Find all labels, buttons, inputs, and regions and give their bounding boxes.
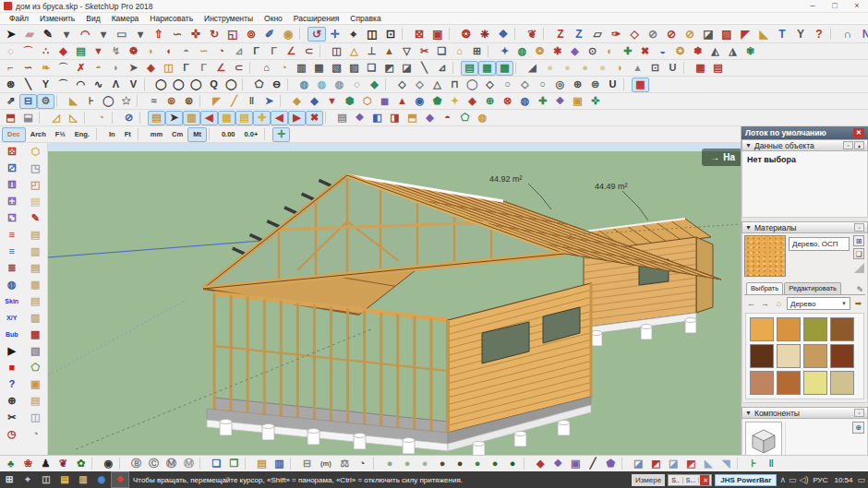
menu-камера[interactable]: Камера — [106, 13, 145, 24]
ext-tool[interactable]: ⊦ — [82, 93, 100, 109]
material-sphere[interactable]: ● — [416, 456, 434, 471]
unit-feet[interactable]: Ft — [120, 126, 136, 142]
component-thumbnail[interactable] — [745, 422, 782, 455]
extension-tool[interactable]: ◤ — [736, 26, 754, 42]
ext-tool[interactable]: ⊥ — [363, 43, 380, 59]
ext-tool[interactable]: ◣ — [65, 93, 82, 109]
ext-tool[interactable]: ✦ — [446, 93, 464, 109]
ext-tool[interactable]: ⊚ — [180, 93, 198, 109]
ext-tool[interactable]: ❧ — [37, 60, 54, 76]
maximize-button[interactable]: □ — [824, 0, 846, 12]
line-tool[interactable]: ✎ — [39, 26, 57, 42]
extension-tool[interactable]: ❦ — [523, 26, 541, 42]
ext-tool[interactable]: ⌂ — [451, 43, 468, 59]
tree-icon[interactable]: ♣ — [2, 456, 19, 471]
sheet-tool[interactable]: ▥ — [24, 309, 46, 326]
rectangle-tool[interactable]: ▭ — [113, 26, 131, 42]
curve-tool[interactable]: ∿ — [90, 77, 107, 92]
precision-high[interactable]: 0.0+ — [240, 126, 263, 142]
ext-tool[interactable]: ↯ — [107, 43, 125, 59]
gauge-icon[interactable]: ◔ — [354, 456, 371, 471]
move-tool[interactable]: ✜ — [187, 26, 205, 42]
skin-tool[interactable]: Skin — [1, 292, 23, 309]
material-sphere[interactable]: ● — [399, 456, 416, 471]
ext-tool[interactable]: ⊕ — [481, 93, 499, 109]
unit-eng[interactable]: Eng. — [70, 126, 94, 142]
layer-tool[interactable]: ◿ — [47, 110, 65, 125]
unit-inch[interactable]: In — [104, 126, 120, 142]
material-swatch-8[interactable] — [830, 344, 854, 368]
ext-tool[interactable]: ⬡ — [358, 93, 376, 109]
ext-tool[interactable]: Γ — [177, 60, 195, 76]
layer-tool[interactable]: ✖ — [306, 111, 323, 125]
layer-tool[interactable]: ▤ — [148, 111, 165, 125]
select-tool[interactable]: ➤ — [2, 26, 20, 42]
ext-tool[interactable]: ▨ — [345, 60, 363, 76]
sheet-tool[interactable]: ▤ — [24, 392, 46, 409]
menu-справка[interactable]: Справка — [344, 13, 386, 24]
layer-tool[interactable]: ◍ — [474, 110, 491, 125]
entity-pin-icon[interactable]: ▫ — [843, 141, 853, 149]
layer-tool[interactable]: ◨ — [386, 110, 404, 125]
ext-tool[interactable]: ◓ — [177, 43, 195, 59]
spacing-icon[interactable]: ‖ — [763, 456, 780, 471]
shape-tool[interactable]: ◇ — [393, 77, 411, 92]
forward-arrow-icon[interactable]: → — [759, 298, 771, 310]
ext-tool[interactable]: ◓ — [90, 60, 107, 76]
material-sphere[interactable]: ● — [434, 456, 452, 471]
zoom-extents-tool[interactable]: ⊡ — [381, 26, 400, 42]
tab-edit[interactable]: Редактировать — [784, 282, 841, 294]
sample-paint-icon[interactable]: ❏ — [853, 248, 864, 259]
tab-select[interactable]: Выбрать — [746, 282, 783, 294]
ext-tool[interactable]: ∽ — [195, 43, 212, 59]
hatch-tool[interactable]: ▧ — [24, 342, 46, 359]
shape-tool[interactable]: ◇ — [411, 77, 428, 92]
shape-tool[interactable]: ⊕ — [569, 77, 586, 92]
cube-tool[interactable]: ◳ — [24, 160, 46, 176]
curve-tool[interactable]: ⌒ — [54, 77, 72, 92]
ext-tool[interactable]: ≈ — [145, 93, 163, 109]
sketch-tool[interactable]: ✎ — [24, 209, 46, 226]
ext-tool[interactable]: U — [664, 60, 681, 76]
ext-tool[interactable]: ◉ — [411, 93, 428, 109]
terrain-stamp-icon[interactable]: ◣ — [700, 456, 717, 471]
prism-icon[interactable]: ⬟ — [602, 456, 620, 471]
sheet-tool[interactable]: ▤ — [24, 292, 46, 309]
precision-low[interactable]: 0.00 — [217, 126, 240, 142]
ext-tool[interactable]: ◆ — [306, 93, 323, 109]
material-swatch-9[interactable] — [750, 371, 774, 395]
menu-окно[interactable]: Окно — [259, 13, 288, 24]
start-overlay[interactable]: → На — [702, 149, 741, 166]
material-swatch-7[interactable] — [803, 344, 827, 368]
ext-tool[interactable]: ⬢ — [341, 93, 358, 109]
circle-tool[interactable]: ◯ — [152, 77, 170, 92]
ext-tool[interactable]: ❃ — [689, 43, 706, 59]
layer-tool[interactable]: ⬒ — [2, 110, 19, 125]
ext-tool[interactable]: ∽ — [19, 60, 37, 76]
ext-tool[interactable]: △ — [345, 43, 363, 59]
material-swatch-12[interactable] — [830, 371, 854, 395]
circle-tool[interactable]: ◯ — [170, 77, 187, 92]
layer-tool[interactable]: ▶ — [288, 111, 306, 125]
material-sphere[interactable]: ● — [452, 456, 469, 471]
compass-tool[interactable]: ⊕ — [1, 392, 23, 409]
weight-icon[interactable]: ⚖ — [336, 456, 354, 471]
stop-button[interactable]: ■ — [1, 359, 23, 375]
spacing-icon[interactable]: ⊦ — [745, 456, 763, 471]
layer-tool[interactable]: ◓ — [439, 110, 456, 125]
ext-tool[interactable]: ⊚ — [163, 93, 180, 109]
material-swatch-3[interactable] — [803, 317, 827, 341]
plant-icon[interactable]: ✿ — [72, 456, 90, 471]
ext-tool[interactable]: ◗ — [142, 43, 160, 59]
ext-tool[interactable]: ▴ — [629, 60, 646, 76]
layer-tool[interactable]: ▤ — [235, 111, 253, 125]
ext-tool[interactable]: ● — [559, 60, 576, 76]
layers-stack-tool[interactable]: ≡ — [1, 226, 23, 243]
ext-tool[interactable]: ✂ — [416, 43, 433, 59]
ext-tool[interactable]: ⊂ — [230, 60, 247, 76]
orbit-tool[interactable]: ↺ — [307, 27, 326, 42]
ext-tool[interactable]: ▧ — [328, 60, 345, 76]
add-component-icon[interactable]: ⊕ — [852, 422, 864, 434]
ext-tool[interactable]: ✗ — [72, 60, 90, 76]
ext-tool[interactable]: ◍ — [516, 93, 534, 109]
